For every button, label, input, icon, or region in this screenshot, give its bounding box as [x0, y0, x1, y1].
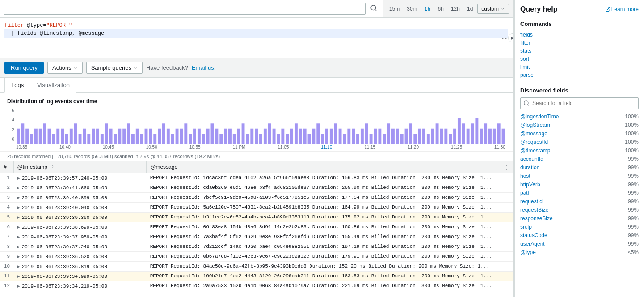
log-group-input[interactable]: /aws/lambda/cwiDemo: [4, 3, 366, 15]
field-name[interactable]: @message: [520, 130, 547, 137]
svg-rect-72: [330, 129, 333, 144]
col-menu-icon[interactable]: ⋮: [504, 164, 509, 170]
svg-rect-87: [396, 129, 399, 144]
discovered-fields-title: Discovered fields: [520, 87, 639, 94]
row-expand-icon[interactable]: ▶: [17, 264, 20, 269]
command-limit[interactable]: limit: [520, 63, 639, 71]
tab-logs[interactable]: Logs: [4, 78, 30, 93]
field-name[interactable]: path: [520, 190, 530, 196]
field-name[interactable]: @ingestionTime: [520, 113, 559, 120]
svg-rect-4: [30, 134, 33, 144]
panel-toggle-button[interactable]: ▶: [508, 33, 513, 42]
row-expand-icon[interactable]: ▶: [17, 195, 20, 201]
field-name[interactable]: @logStream: [520, 122, 550, 128]
row-expand-icon[interactable]: ▶: [17, 205, 20, 210]
command-filter[interactable]: filter: [520, 39, 639, 47]
svg-rect-38: [180, 129, 183, 144]
field-pct: <5%: [628, 249, 639, 255]
field-name[interactable]: userAgent: [520, 241, 545, 247]
row-expand-icon[interactable]: ▶: [17, 215, 20, 220]
svg-rect-60: [277, 134, 280, 144]
run-query-button[interactable]: Run query: [4, 62, 44, 74]
search-button[interactable]: [368, 3, 379, 15]
x-label-1130: 11:30: [494, 145, 505, 150]
field-item: @timestamp100%: [520, 146, 639, 155]
field-name[interactable]: srcIp: [520, 224, 532, 230]
field-item: responseSize99%: [520, 214, 639, 222]
svg-rect-32: [153, 134, 156, 144]
field-name[interactable]: requestSize: [520, 207, 548, 213]
col-message[interactable]: @message ⋮: [147, 161, 513, 173]
field-pct: 99%: [628, 156, 639, 162]
col-timestamp[interactable]: @timestamp: [13, 161, 147, 173]
svg-rect-79: [361, 129, 364, 144]
row-expand-icon[interactable]: ▶: [17, 284, 20, 289]
command-sort[interactable]: sort: [520, 55, 639, 63]
email-us-link[interactable]: Email us.: [192, 64, 215, 71]
field-item: accountId99%: [520, 155, 639, 163]
learn-more-link[interactable]: Learn more: [605, 6, 639, 13]
field-name[interactable]: responseSize: [520, 215, 553, 222]
row-expand-icon[interactable]: ▶: [17, 244, 20, 250]
row-expand-icon[interactable]: ▶: [17, 185, 20, 191]
row-expand-icon[interactable]: ▶: [17, 254, 20, 259]
field-pct: 99%: [628, 215, 639, 222]
tab-visualization[interactable]: Visualization: [30, 78, 76, 93]
field-pct: 100%: [625, 147, 639, 154]
svg-rect-11: [61, 129, 64, 144]
table-row: 1▶2019-06-06T23:39:57.240-05:00REPORT Re…: [0, 173, 513, 183]
field-name[interactable]: accountId: [520, 156, 543, 162]
svg-rect-67: [308, 134, 311, 144]
row-message: REPORT RequestId: 2a9a7533-152b-4a1b-906…: [147, 281, 513, 291]
svg-rect-88: [400, 134, 404, 144]
sample-queries-button[interactable]: Sample queries: [86, 62, 143, 74]
time-15m-button[interactable]: 15m: [387, 4, 402, 13]
x-label-1055: 10:55: [189, 145, 201, 150]
command-parse[interactable]: parse: [520, 71, 639, 79]
row-expand-icon[interactable]: ▶: [17, 234, 20, 240]
svg-rect-68: [312, 129, 315, 144]
tabs-bar: Logs Visualization: [0, 78, 513, 93]
time-1h-button[interactable]: 1h: [422, 4, 434, 13]
field-name[interactable]: statusCode: [520, 232, 547, 238]
command-stats[interactable]: stats: [520, 47, 639, 55]
field-name[interactable]: httpVerb: [520, 181, 540, 188]
time-1d-button[interactable]: 1d: [464, 4, 476, 13]
svg-rect-41: [193, 129, 196, 144]
field-name[interactable]: requestId: [520, 198, 543, 205]
field-name[interactable]: host: [520, 173, 530, 179]
svg-rect-6: [39, 129, 42, 144]
row-expand-icon[interactable]: ▶: [17, 274, 20, 279]
time-custom-dropdown[interactable]: custom: [477, 4, 509, 14]
svg-rect-7: [43, 123, 46, 144]
svg-rect-15: [79, 134, 82, 144]
time-6h-button[interactable]: 6h: [435, 4, 446, 13]
svg-rect-36: [171, 134, 174, 144]
time-30m-button[interactable]: 30m: [404, 4, 420, 13]
field-item: host99%: [520, 172, 639, 180]
svg-rect-62: [286, 134, 289, 144]
x-label-1125: 11:25: [451, 145, 462, 150]
y-label-2: 2: [12, 127, 14, 132]
actions-button[interactable]: Actions: [47, 62, 83, 74]
svg-rect-56: [259, 134, 262, 144]
svg-rect-55: [255, 129, 258, 144]
command-fields[interactable]: fields: [520, 31, 639, 39]
svg-rect-82: [374, 129, 377, 144]
time-12h-button[interactable]: 12h: [448, 4, 463, 13]
svg-rect-63: [290, 129, 293, 144]
x-label-1050: 10:50: [146, 145, 157, 150]
row-expand-icon[interactable]: ▶: [17, 176, 20, 181]
row-number: 6: [0, 222, 13, 232]
field-item: statusCode99%: [520, 231, 639, 239]
svg-rect-86: [391, 129, 395, 144]
col-number: #: [0, 161, 13, 173]
field-name[interactable]: @timestamp: [520, 147, 551, 154]
field-search-input[interactable]: [520, 97, 639, 109]
field-name[interactable]: duration: [520, 164, 539, 171]
svg-rect-45: [211, 123, 214, 144]
row-expand-icon[interactable]: ▶: [17, 225, 20, 230]
svg-rect-96: [436, 123, 439, 144]
field-name[interactable]: @type: [520, 249, 536, 255]
field-name[interactable]: @requestId: [520, 139, 548, 145]
